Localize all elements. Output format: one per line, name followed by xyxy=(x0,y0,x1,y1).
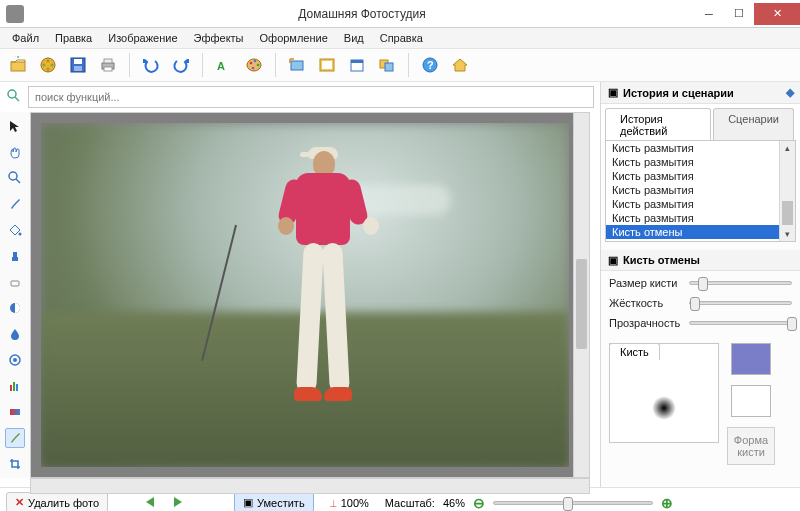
svg-rect-8 xyxy=(74,66,82,71)
minimize-button[interactable]: ─ xyxy=(694,3,724,25)
svg-marker-28 xyxy=(453,59,467,71)
svg-point-15 xyxy=(254,60,257,63)
scroll-down-icon[interactable]: ▾ xyxy=(780,227,795,241)
history-scrollbar[interactable]: ▴ ▾ xyxy=(779,141,795,241)
blur-tool[interactable] xyxy=(5,324,25,344)
redo-button[interactable] xyxy=(169,53,193,77)
menu-effects[interactable]: Эффекты xyxy=(186,30,252,46)
svg-rect-44 xyxy=(10,409,20,415)
save-button[interactable] xyxy=(66,53,90,77)
primary-color-swatch[interactable] xyxy=(731,343,771,375)
maximize-button[interactable]: ☐ xyxy=(724,3,754,25)
brush-tool[interactable] xyxy=(5,194,25,214)
history-item[interactable]: Кисть размытия xyxy=(606,211,795,225)
calendar-button[interactable] xyxy=(345,53,369,77)
opacity-label: Прозрачность xyxy=(609,317,683,329)
toolbar-separator xyxy=(275,53,276,77)
collage-button[interactable] xyxy=(375,53,399,77)
pointer-tool[interactable] xyxy=(5,116,25,136)
history-item[interactable]: Кисть размытия xyxy=(606,169,795,183)
search-input[interactable] xyxy=(28,86,594,108)
scroll-up-icon[interactable]: ▴ xyxy=(780,141,795,155)
open-file-button[interactable] xyxy=(6,53,30,77)
app-icon xyxy=(6,5,24,23)
menu-edit[interactable]: Правка xyxy=(47,30,100,46)
tab-history[interactable]: История действий xyxy=(605,108,711,141)
film-button[interactable] xyxy=(36,53,60,77)
menubar: Файл Правка Изображение Эффекты Оформлен… xyxy=(0,28,800,48)
svg-line-33 xyxy=(16,179,20,183)
opacity-slider[interactable] xyxy=(689,321,792,325)
zoom-slider[interactable] xyxy=(493,501,653,505)
history-item[interactable]: Кисть размытия xyxy=(606,197,795,211)
actual-size-label: 100% xyxy=(341,497,369,509)
help-button[interactable]: ? xyxy=(418,53,442,77)
brush-size-label: Размер кисти xyxy=(609,277,683,289)
text-button[interactable]: A xyxy=(212,53,236,77)
delete-photo-label: Удалить фото xyxy=(28,497,99,509)
fill-tool[interactable] xyxy=(5,220,25,240)
menu-view[interactable]: Вид xyxy=(336,30,372,46)
stamp-tool[interactable] xyxy=(5,246,25,266)
delete-photo-button[interactable]: ✕ Удалить фото xyxy=(6,492,108,511)
brush-shape-button[interactable]: Форма кисти xyxy=(727,427,775,465)
zoom-label: Масштаб: xyxy=(385,497,435,509)
brush-size-slider[interactable] xyxy=(689,281,792,285)
history-panel-header[interactable]: ▣ История и сценарии ◆ xyxy=(601,82,800,104)
history-item[interactable]: Кисть размытия xyxy=(606,183,795,197)
secondary-color-swatch[interactable] xyxy=(731,385,771,417)
search-icon xyxy=(6,88,22,106)
history-item[interactable]: Кисть размытия xyxy=(606,155,795,169)
history-item-selected[interactable]: Кисть отмены xyxy=(606,225,795,239)
canvas[interactable] xyxy=(30,112,590,478)
svg-rect-20 xyxy=(322,61,332,69)
home-button[interactable] xyxy=(448,53,472,77)
svg-marker-45 xyxy=(146,497,154,507)
svg-point-32 xyxy=(9,172,17,180)
hand-tool[interactable] xyxy=(5,142,25,162)
svg-rect-41 xyxy=(10,385,12,391)
palette-button[interactable] xyxy=(242,53,266,77)
zoom-out-button[interactable]: ⊖ xyxy=(473,495,485,511)
panel-collapse-icon[interactable]: ◆ xyxy=(786,86,794,99)
history-item[interactable]: Кисть размытия xyxy=(606,141,795,155)
next-button[interactable] xyxy=(170,495,188,511)
resize-button[interactable] xyxy=(285,53,309,77)
prev-button[interactable] xyxy=(144,495,162,511)
menu-image[interactable]: Изображение xyxy=(100,30,185,46)
undo-button[interactable] xyxy=(139,53,163,77)
zoom-tool[interactable] xyxy=(5,168,25,188)
undo-brush-tool[interactable] xyxy=(5,428,25,448)
svg-rect-0 xyxy=(11,62,25,71)
menu-decor[interactable]: Оформление xyxy=(252,30,336,46)
svg-rect-11 xyxy=(104,67,112,71)
tab-scenarios[interactable]: Сценарии xyxy=(713,108,794,141)
svg-rect-7 xyxy=(74,59,82,64)
sharpen-tool[interactable] xyxy=(5,350,25,370)
history-panel-title: История и сценарии xyxy=(623,87,734,99)
fit-button[interactable]: ▣ Уместить xyxy=(234,492,314,511)
contrast-tool[interactable] xyxy=(5,298,25,318)
actual-size-button[interactable]: ⟂ 100% xyxy=(322,494,377,512)
history-list[interactable]: Кисть размытия Кисть размытия Кисть разм… xyxy=(605,140,796,242)
zoom-in-button[interactable]: ⊕ xyxy=(661,495,673,511)
canvas-horizontal-scrollbar[interactable] xyxy=(30,478,590,494)
crop-tool[interactable] xyxy=(5,454,25,474)
tool-options-header[interactable]: ▣ Кисть отмены xyxy=(601,250,800,271)
frame-button[interactable] xyxy=(315,53,339,77)
print-button[interactable] xyxy=(96,53,120,77)
hardness-slider[interactable] xyxy=(689,301,792,305)
svg-point-5 xyxy=(43,64,46,67)
menu-help[interactable]: Справка xyxy=(372,30,431,46)
close-button[interactable]: ✕ xyxy=(754,3,800,25)
gradient-tool[interactable] xyxy=(5,402,25,422)
svg-rect-10 xyxy=(104,59,112,63)
levels-tool[interactable] xyxy=(5,376,25,396)
svg-rect-25 xyxy=(385,63,393,71)
menu-file[interactable]: Файл xyxy=(4,30,47,46)
eraser-tool[interactable] xyxy=(5,272,25,292)
svg-line-30 xyxy=(15,97,19,101)
canvas-vertical-scrollbar[interactable] xyxy=(573,113,589,477)
brush-tab-label[interactable]: Кисть xyxy=(609,343,660,360)
svg-point-29 xyxy=(8,90,16,98)
